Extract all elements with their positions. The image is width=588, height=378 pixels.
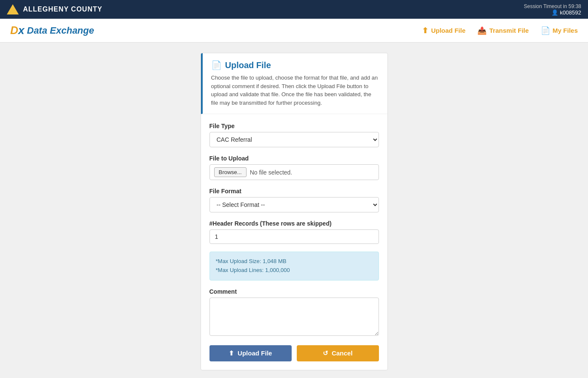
card-header: 📄 Upload File Choose the file to upload,… [201,53,387,114]
browse-button[interactable]: Browse... [214,167,247,177]
card-title: 📄 Upload File [211,60,379,70]
header-records-input[interactable]: 1 [209,229,379,244]
file-icon: 📄 [211,60,222,70]
card-body: File Type CAC Referral File to Upload Br… [201,114,387,370]
card-description: Choose the file to upload, choose the fo… [211,74,379,107]
transmit-file-label: Transmit File [489,27,529,34]
brand-logo: Dx [10,24,24,37]
my-files-label: My Files [553,27,578,34]
file-upload-group: File to Upload Browse... No file selecte… [209,155,379,180]
comment-label: Comment [209,288,379,295]
cancel-button-label: Cancel [332,349,353,357]
info-box: *Max Upload Size: 1,048 MB *Max Upload L… [209,252,379,281]
file-format-label: File Format [209,188,379,195]
upload-button-icon: ⬆ [229,349,234,357]
upload-file-button[interactable]: ⬆ Upload File [209,345,292,361]
main-content: 📄 Upload File Choose the file to upload,… [0,43,588,378]
file-to-upload-label: File to Upload [209,155,379,162]
file-type-select[interactable]: CAC Referral [209,132,379,147]
file-input-wrapper: Browse... No file selected. [209,164,379,180]
brand-name: Data Exchange [27,25,94,36]
user-id: 👤 k008592 [551,9,581,16]
top-bar-session: Session Timeout in 59:38 👤 k008592 [524,3,581,16]
session-timeout: Session Timeout in 59:38 [524,3,581,9]
upload-button-label: Upload File [238,349,272,357]
upload-card: 📄 Upload File Choose the file to upload,… [201,53,388,370]
upload-file-label: Upload File [431,27,465,34]
card-title-text: Upload File [225,60,271,70]
upload-file-icon: ⬆ [422,26,428,35]
top-bar: ALLEGHENY COUNTY Session Timeout in 59:3… [0,0,588,19]
cancel-button[interactable]: ↺ Cancel [297,345,379,361]
button-row: ⬆ Upload File ↺ Cancel [209,345,379,361]
comment-group: Comment [209,288,379,338]
file-type-group: File Type CAC Referral [209,123,379,147]
logo-icon: Dx [10,24,24,37]
nav-transmit-file[interactable]: 📤 Transmit File [477,26,529,35]
file-format-select[interactable]: -- Select Format -- [209,197,379,212]
nav-my-files[interactable]: 📄 My Files [541,26,578,35]
file-type-label: File Type [209,123,379,129]
info-max-size: *Max Upload Size: 1,048 MB [216,257,373,266]
transmit-file-icon: 📤 [477,26,487,35]
cancel-button-icon: ↺ [323,349,328,357]
nav-links: ⬆ Upload File 📤 Transmit File 📄 My Files [422,26,578,35]
top-bar-brand: ALLEGHENY COUNTY [7,4,102,14]
app-name: ALLEGHENY COUNTY [23,6,102,13]
no-file-text: No file selected. [250,169,293,176]
comment-textarea[interactable] [209,298,379,336]
nav-upload-file[interactable]: ⬆ Upload File [422,26,465,35]
header-nav: Dx Data Exchange ⬆ Upload File 📤 Transmi… [0,19,588,43]
file-format-group: File Format -- Select Format -- [209,188,379,212]
brand: Dx Data Exchange [10,24,94,37]
info-max-lines: *Max Upload Lines: 1,000,000 [216,266,373,275]
header-records-group: #Header Records (These rows are skipped)… [209,220,379,244]
header-records-label: #Header Records (These rows are skipped) [209,220,379,227]
my-files-icon: 📄 [541,26,550,35]
brand-triangle-icon [7,4,19,14]
